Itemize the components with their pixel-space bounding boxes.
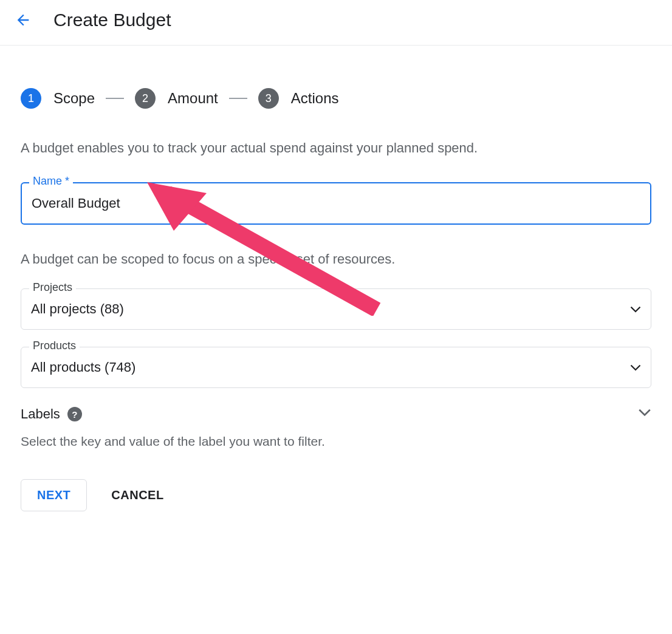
- labels-section-header[interactable]: Labels ?: [21, 406, 651, 422]
- page-title: Create Budget: [53, 10, 171, 30]
- step-1-circle: 1: [21, 88, 41, 109]
- labels-left: Labels ?: [21, 406, 82, 422]
- chevron-down-icon: [638, 409, 651, 420]
- cancel-button[interactable]: CANCEL: [111, 488, 163, 502]
- button-row: NEXT CANCEL: [21, 479, 651, 511]
- name-field-label: Name *: [29, 175, 73, 188]
- budget-description: A budget enables you to track your actua…: [21, 138, 651, 158]
- projects-select-wrapper: Projects All projects (88): [21, 288, 651, 330]
- products-select-wrapper: Products All products (748): [21, 347, 651, 388]
- products-select[interactable]: All products (748): [21, 347, 651, 388]
- step-3-label: Actions: [291, 90, 339, 107]
- page-header: Create Budget: [0, 0, 672, 46]
- step-scope[interactable]: 1 Scope: [21, 88, 95, 109]
- help-icon[interactable]: ?: [67, 407, 82, 421]
- products-label: Products: [29, 339, 80, 352]
- dropdown-icon: [630, 360, 641, 375]
- stepper: 1 Scope 2 Amount 3 Actions: [21, 88, 651, 109]
- step-2-label: Amount: [168, 90, 218, 107]
- name-field-wrapper: Name *: [21, 182, 651, 225]
- back-arrow-icon[interactable]: [15, 12, 32, 29]
- step-connector: [106, 98, 124, 99]
- step-connector: [229, 98, 247, 99]
- step-amount[interactable]: 2 Amount: [135, 88, 218, 109]
- next-button[interactable]: NEXT: [21, 479, 87, 511]
- products-value: All products (748): [31, 360, 135, 375]
- step-2-circle: 2: [135, 88, 156, 109]
- step-3-circle: 3: [258, 88, 279, 109]
- name-label-text: Name: [33, 175, 62, 187]
- projects-label: Projects: [29, 281, 76, 294]
- labels-description: Select the key and value of the label yo…: [21, 434, 651, 449]
- name-input[interactable]: [21, 182, 651, 225]
- labels-title: Labels: [21, 406, 60, 422]
- scope-description: A budget can be scoped to focus on a spe…: [21, 249, 651, 269]
- projects-value: All projects (88): [31, 301, 124, 317]
- name-required-mark: *: [65, 175, 69, 187]
- step-actions[interactable]: 3 Actions: [258, 88, 339, 109]
- dropdown-icon: [630, 301, 641, 317]
- projects-select[interactable]: All projects (88): [21, 288, 651, 330]
- step-1-label: Scope: [53, 90, 95, 107]
- content-area: 1 Scope 2 Amount 3 Actions A budget enab…: [0, 46, 672, 530]
